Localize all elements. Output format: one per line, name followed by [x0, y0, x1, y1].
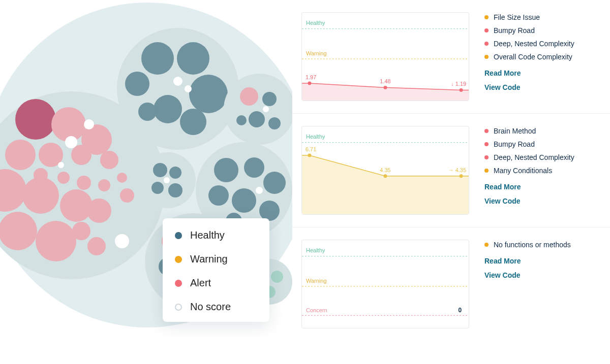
svg-point-24 — [71, 145, 92, 165]
svg-point-41 — [115, 234, 129, 248]
severity-dot-icon — [484, 15, 489, 19]
svg-point-42 — [117, 173, 127, 183]
issue-item: Overall Code Complexity — [484, 53, 594, 61]
health-sparkline: 6.714.35→ 4.35Healthy — [301, 126, 469, 215]
severity-dot-icon — [484, 28, 489, 32]
svg-text:1.97: 1.97 — [306, 74, 316, 80]
svg-point-14 — [249, 111, 265, 127]
health-sparkline: 0HealthyWarningConcern — [301, 240, 469, 328]
svg-point-25 — [100, 151, 118, 169]
svg-point-43 — [120, 188, 134, 203]
issue-label: Bumpy Road — [494, 26, 535, 35]
issue-label: Bumpy Road — [494, 140, 535, 148]
read-more-link[interactable]: Read More — [484, 183, 594, 191]
svg-text:4.35: 4.35 — [380, 167, 390, 173]
severity-dot-icon — [484, 155, 489, 159]
svg-point-49 — [164, 177, 170, 183]
health-sparkline: 1.971.48↓ 1.19HealthyWarning — [301, 12, 469, 101]
issue-item: Brain Method — [484, 127, 594, 135]
warning-dot-icon — [175, 256, 182, 263]
issue-item: Bumpy Road — [484, 140, 594, 148]
read-more-link[interactable]: Read More — [484, 69, 594, 77]
svg-point-9 — [173, 77, 182, 86]
svg-point-13 — [262, 92, 277, 106]
svg-point-3 — [177, 42, 209, 75]
svg-point-36 — [72, 222, 90, 240]
svg-point-16 — [236, 115, 247, 125]
svg-point-46 — [169, 167, 181, 179]
svg-point-52 — [244, 157, 264, 178]
svg-point-8 — [138, 103, 157, 121]
svg-point-37 — [87, 237, 106, 255]
issue-item: No functions or methods — [484, 241, 594, 249]
svg-point-53 — [263, 172, 286, 194]
issue-item: File Size Issue — [484, 13, 594, 21]
legend-label: Healthy — [190, 229, 225, 241]
svg-point-20 — [51, 107, 86, 142]
severity-dot-icon — [484, 169, 489, 173]
svg-point-55 — [232, 188, 256, 213]
severity-dot-icon — [484, 55, 489, 59]
svg-text:6.71: 6.71 — [306, 146, 316, 152]
svg-point-19 — [15, 99, 56, 140]
read-more-link[interactable]: Read More — [484, 257, 594, 265]
view-code-link[interactable]: View Code — [484, 271, 594, 279]
alert-dot-icon — [175, 280, 182, 287]
svg-point-7 — [180, 109, 206, 135]
legend-label: Alert — [190, 277, 211, 289]
issue-label: Overall Code Complexity — [494, 53, 572, 61]
svg-point-78 — [460, 88, 463, 92]
legend-item-healthy: Healthy — [175, 229, 257, 241]
issue-label: Brain Method — [494, 127, 536, 135]
issue-item: Bumpy Road — [484, 26, 594, 35]
issue-label: Many Conditionals — [494, 167, 552, 175]
svg-point-40 — [58, 162, 64, 168]
issue-item: Deep, Nested Complexity — [484, 40, 594, 48]
svg-point-5 — [189, 75, 228, 113]
svg-point-34 — [98, 179, 110, 191]
svg-point-58 — [256, 187, 263, 194]
svg-point-6 — [154, 95, 182, 123]
legend-item-warning: Warning — [175, 253, 257, 265]
view-code-link[interactable]: View Code — [484, 197, 594, 205]
svg-point-47 — [151, 182, 164, 194]
svg-point-85 — [460, 174, 463, 178]
svg-point-70 — [271, 271, 283, 283]
hotspot-bubble-chart — [0, 0, 320, 338]
svg-point-81 — [308, 153, 311, 157]
svg-point-27 — [22, 177, 59, 214]
svg-point-83 — [384, 174, 387, 178]
legend-label: No score — [190, 301, 231, 313]
svg-point-76 — [384, 86, 387, 89]
svg-point-45 — [153, 163, 167, 177]
file-meta: Brain MethodBumpy RoadDeep, Nested Compl… — [484, 126, 594, 215]
file-card: 6.714.35→ 4.35HealthyBrain MethodBumpy R… — [292, 114, 610, 227]
legend-item-noscore: No score — [175, 301, 257, 313]
legend-label: Warning — [190, 253, 228, 265]
severity-dot-icon — [484, 243, 489, 247]
svg-point-2 — [141, 42, 174, 75]
svg-point-22 — [5, 140, 36, 170]
noscore-dot-icon — [175, 304, 182, 311]
svg-text:→ 4.35: → 4.35 — [448, 167, 466, 173]
file-card: 0HealthyWarningConcernNo functions or me… — [292, 227, 610, 341]
svg-point-29 — [0, 212, 37, 250]
severity-dot-icon — [484, 142, 489, 146]
issue-item: Deep, Nested Complexity — [484, 153, 594, 161]
svg-point-35 — [87, 198, 111, 223]
legend-card: Healthy Warning Alert No score — [163, 218, 269, 322]
view-code-link[interactable]: View Code — [484, 83, 594, 91]
svg-point-30 — [36, 221, 76, 261]
issue-label: Deep, Nested Complexity — [494, 40, 574, 48]
file-health-list: 1.971.48↓ 1.19HealthyWarningFile Size Is… — [292, 0, 610, 341]
issue-item: Many Conditionals — [484, 167, 594, 175]
svg-point-38 — [65, 136, 77, 148]
legend-item-alert: Alert — [175, 277, 257, 289]
svg-point-56 — [259, 201, 280, 221]
severity-dot-icon — [484, 42, 489, 46]
file-card: 1.971.48↓ 1.19HealthyWarningFile Size Is… — [292, 0, 610, 114]
issue-label: No functions or methods — [494, 241, 571, 249]
svg-point-54 — [208, 185, 229, 206]
svg-point-12 — [240, 87, 258, 106]
svg-point-28 — [60, 189, 93, 222]
